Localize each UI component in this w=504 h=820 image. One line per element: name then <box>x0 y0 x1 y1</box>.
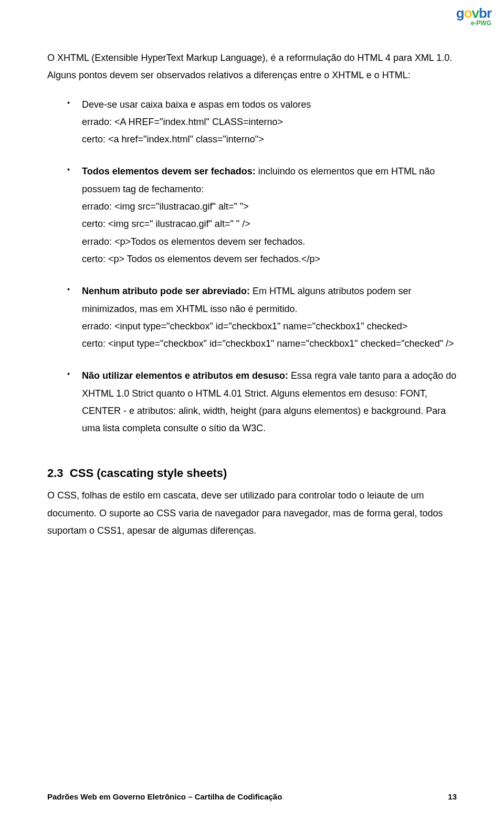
rule-line: errado: <A HREF="index.html" CLASS=inter… <box>82 113 457 131</box>
rule-title: Não utilizar elementos e atributos em de… <box>82 370 288 381</box>
section-heading: 2.3 CSS (cascating style sheets) <box>47 463 457 484</box>
rule-line: certo: <input type="checkbox" id="checkb… <box>82 335 457 352</box>
rule-line: certo: <img src=" ilustracao.gif" alt=" … <box>82 215 457 233</box>
rule-title: Deve-se usar caixa baixa e aspas em todo… <box>82 99 311 110</box>
rule-item: Deve-se usar caixa baixa e aspas em todo… <box>67 96 457 149</box>
section-title: CSS (cascating style sheets) <box>70 466 227 480</box>
rule-line: certo: <p> Todos os elementos devem ser … <box>82 251 457 268</box>
rule-item: Nenhum atributo pode ser abreviado: Em H… <box>67 283 457 352</box>
section-body: O CSS, folhas de estilo em cascata, deve… <box>47 487 457 539</box>
rule-item: Todos elementos devem ser fechados: incl… <box>67 163 457 268</box>
section-number: 2.3 <box>47 466 64 480</box>
footer-page-number: 13 <box>448 792 457 801</box>
govbr-logo: govbr e-PWG <box>456 6 491 26</box>
rule-title: Todos elementos devem ser fechados: <box>82 166 256 177</box>
page-footer: Padrões Web em Governo Eletrônico – Cart… <box>47 792 457 801</box>
rule-list: Deve-se usar caixa baixa e aspas em todo… <box>67 96 457 438</box>
rule-line: errado: <input type="checkbox" id="check… <box>82 318 457 335</box>
footer-left: Padrões Web em Governo Eletrônico – Cart… <box>47 792 282 801</box>
rule-line: errado: <img src="ilustracao.gif" alt=" … <box>82 198 457 215</box>
rule-title: Nenhum atributo pode ser abreviado: <box>82 286 250 296</box>
rule-line: certo: <a href="index.html" class="inter… <box>82 131 457 148</box>
rule-item: Não utilizar elementos e atributos em de… <box>67 367 457 437</box>
intro-paragraph: O XHTML (Extensible HyperText Markup Lan… <box>47 49 457 85</box>
rule-line: errado: <p>Todos os elementos devem ser … <box>82 233 457 251</box>
